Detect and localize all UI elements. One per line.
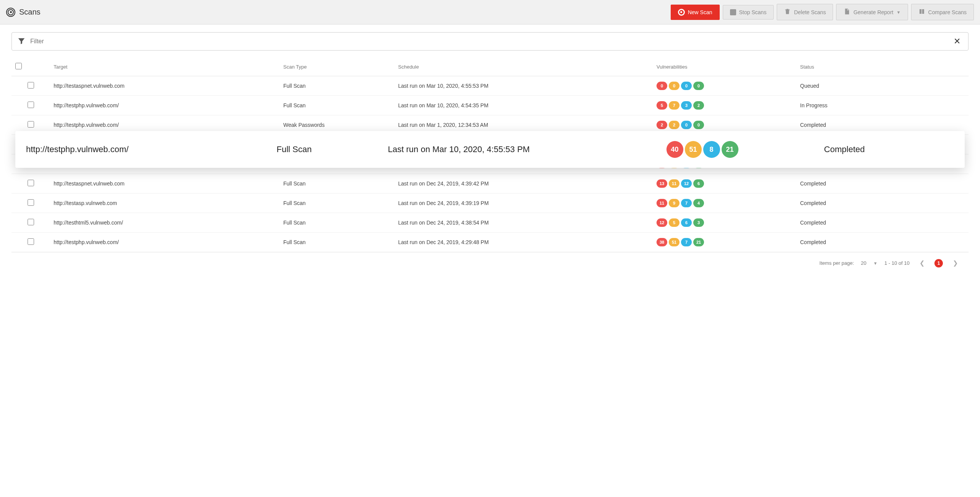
vuln-pill: 5 [669, 218, 679, 227]
cell-target: http://testaspnet.vulnweb.com [50, 76, 279, 96]
row-checkbox[interactable] [28, 180, 34, 186]
cell-target: http://testphp.vulnweb.com/ [50, 96, 279, 115]
cell-target: http://testphp.vulnweb.com/ [50, 233, 279, 252]
table-row[interactable]: http://testphp.vulnweb.com/ Full Scan La… [11, 96, 969, 115]
row-checkbox[interactable] [28, 121, 34, 128]
items-per-page-caret-icon[interactable]: ▼ [873, 261, 877, 266]
table-row[interactable]: http://testphp.vulnweb.com/ Full Scan La… [11, 233, 969, 252]
vuln-pill: 0 [681, 82, 692, 90]
cell-target: http://testaspnet.vulnweb.com [50, 174, 279, 194]
cell-vulnerabilities: 3851721 [653, 233, 796, 252]
toolbar: Scans New Scan Stop Scans Delete Scans G… [0, 0, 980, 25]
vuln-pill: 2 [657, 121, 667, 129]
page-number-badge[interactable]: 1 [934, 259, 943, 267]
vuln-pill: 38 [657, 238, 667, 246]
filter-icon [17, 37, 26, 46]
delete-scans-button[interactable]: Delete Scans [777, 4, 833, 20]
page-title-group: Scans [6, 8, 668, 17]
prev-page-button[interactable]: ❮ [916, 258, 928, 268]
row-checkbox[interactable] [28, 219, 34, 225]
cell-type: Full Scan [279, 194, 394, 213]
filter-input[interactable] [30, 38, 947, 45]
col-header-target[interactable]: Target [50, 57, 279, 76]
items-per-page-value[interactable]: 20 [861, 260, 866, 266]
stop-icon [730, 9, 736, 15]
pagination-range: 1 - 10 of 10 [884, 260, 910, 266]
vuln-pill: 5 [657, 101, 667, 110]
next-page-button[interactable]: ❯ [950, 258, 961, 268]
table-row[interactable]: http://testhtml5.vulnweb.com/ Full Scan … [11, 213, 969, 233]
cell-vulnerabilities: 0000 [653, 76, 796, 96]
select-all-checkbox[interactable] [15, 63, 22, 69]
vuln-pill: 8 [703, 141, 720, 158]
cell-status: Completed [796, 233, 969, 252]
col-header-status[interactable]: Status [796, 57, 969, 76]
vuln-pill: 7 [681, 199, 692, 207]
row-checkbox[interactable] [28, 102, 34, 108]
vuln-pill: 11 [669, 179, 679, 188]
new-scan-label: New Scan [688, 9, 712, 15]
scans-icon [6, 8, 15, 17]
vuln-pill: 12 [681, 179, 692, 188]
vuln-pill: 0 [693, 82, 704, 90]
cell-type: Full Scan [279, 174, 394, 194]
compare-scans-label: Compare Scans [928, 9, 967, 15]
cell-vulnerabilities: 1311126 [653, 174, 796, 194]
cell-schedule: Last run on Dec 24, 2019, 4:29:48 PM [394, 233, 653, 252]
stop-scans-label: Stop Scans [739, 9, 767, 15]
vuln-pill: 0 [657, 82, 667, 90]
cell-type: Full Scan [279, 213, 394, 233]
cell-status: In Progress [796, 96, 969, 115]
cell-vulnerabilities: 12563 [653, 213, 796, 233]
cell-vulnerabilities: 11974 [653, 194, 796, 213]
table-row[interactable]: http://testaspnet.vulnweb.com Full Scan … [11, 174, 969, 194]
trash-icon [784, 8, 791, 16]
vuln-pill: 6 [681, 218, 692, 227]
cell-schedule: Last run on Mar 10, 2020, 4:54:35 PM [394, 96, 653, 115]
cell-vulnerabilities: 5732 [653, 96, 796, 115]
row-checkbox[interactable] [28, 199, 34, 206]
vuln-pill: 0 [669, 82, 679, 90]
highlight-type: Full Scan [276, 144, 388, 154]
table-row[interactable]: http://testasp.vulnweb.com Full Scan Las… [11, 194, 969, 213]
cell-status: Completed [796, 194, 969, 213]
vuln-pill: 0 [681, 121, 692, 129]
table-row[interactable]: http://testaspnet.vulnweb.com Full Scan … [11, 76, 969, 96]
cell-target: http://testhtml5.vulnweb.com/ [50, 213, 279, 233]
page-title: Scans [19, 8, 41, 16]
highlight-schedule: Last run on Mar 10, 2020, 4:55:53 PM [388, 144, 666, 154]
cell-target: http://testasp.vulnweb.com [50, 194, 279, 213]
cell-schedule: Last run on Mar 10, 2020, 4:55:53 PM [394, 76, 653, 96]
vuln-pill: 7 [681, 238, 692, 246]
caret-down-icon: ▼ [897, 10, 901, 15]
new-scan-button[interactable]: New Scan [671, 5, 720, 20]
pagination: Items per page: 20 ▼ 1 - 10 of 10 ❮ 1 ❯ [11, 252, 969, 274]
vuln-pill: 3 [681, 101, 692, 110]
vuln-pill: 51 [669, 238, 679, 246]
table-header-row: Target Scan Type Schedule Vulnerabilitie… [11, 57, 969, 76]
generate-report-button[interactable]: Generate Report ▼ [836, 4, 908, 20]
row-checkbox[interactable] [28, 238, 34, 245]
vuln-pill: 11 [657, 199, 667, 207]
vuln-pill: 6 [693, 179, 704, 188]
cell-type: Full Scan [279, 76, 394, 96]
compare-icon [918, 8, 925, 16]
col-header-vulnerabilities[interactable]: Vulnerabilities [653, 57, 796, 76]
compare-scans-button[interactable]: Compare Scans [911, 4, 974, 20]
clear-filter-icon[interactable]: ✕ [951, 36, 963, 46]
cell-schedule: Last run on Dec 24, 2019, 4:39:19 PM [394, 194, 653, 213]
vuln-pill: 2 [693, 101, 704, 110]
table-wrap: Target Scan Type Schedule Vulnerabilitie… [11, 57, 969, 252]
col-header-schedule[interactable]: Schedule [394, 57, 653, 76]
cell-status: Completed [796, 174, 969, 194]
generate-report-label: Generate Report [853, 9, 893, 15]
delete-scans-label: Delete Scans [794, 9, 826, 15]
items-per-page-label: Items per page: [820, 260, 854, 266]
cell-schedule: Last run on Dec 24, 2019, 4:39:42 PM [394, 174, 653, 194]
stop-scans-button[interactable]: Stop Scans [723, 5, 774, 20]
filter-box: ✕ [11, 32, 969, 51]
col-header-scan-type[interactable]: Scan Type [279, 57, 394, 76]
vuln-pill: 13 [657, 179, 667, 188]
row-checkbox[interactable] [28, 82, 34, 89]
highlighted-scan-card[interactable]: http://testphp.vulnweb.com/ Full Scan La… [15, 131, 965, 168]
